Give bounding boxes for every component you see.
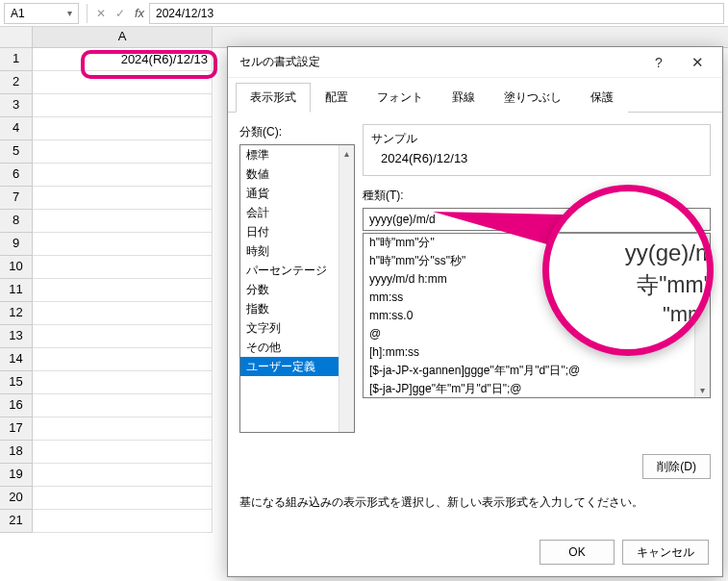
row-header[interactable]: 4 [0, 117, 33, 140]
row-header[interactable]: 21 [0, 510, 33, 533]
select-all-corner[interactable] [0, 27, 33, 47]
scroll-up-icon[interactable]: ▴ [695, 234, 710, 249]
cell[interactable]: 2024(R6)/12/13 [33, 48, 213, 71]
cell[interactable] [33, 164, 213, 187]
scrollbar[interactable]: ▴ [339, 145, 354, 432]
name-box[interactable]: A1 ▾ [4, 3, 79, 24]
scroll-up-icon[interactable]: ▴ [339, 145, 354, 161]
row-header[interactable]: 12 [0, 302, 33, 325]
cell[interactable] [33, 487, 213, 510]
cell[interactable] [33, 417, 213, 441]
dialog-title: セルの書式設定 [239, 54, 320, 70]
format-cells-dialog: セルの書式設定 ? ✕ 表示形式配置フォント罫線塗りつぶし保護 分類(C): 標… [227, 46, 723, 577]
cell[interactable] [33, 117, 213, 140]
category-item[interactable]: 標準 [240, 145, 354, 164]
tab-1[interactable]: 配置 [311, 83, 363, 113]
cell[interactable] [33, 233, 213, 256]
row-header[interactable]: 2 [0, 71, 33, 94]
category-item[interactable]: 通貨 [240, 184, 354, 203]
row-header[interactable]: 18 [0, 441, 33, 464]
ok-button[interactable]: OK [540, 540, 615, 565]
category-list[interactable]: 標準数値通貨会計日付時刻パーセンテージ分数指数文字列その他ユーザー定義 ▴ [239, 144, 355, 433]
column-headers: A [0, 27, 728, 48]
hint-text: 基になる組み込みの表示形式を選択し、新しい表示形式を入力してください。 [228, 479, 722, 511]
row-header[interactable]: 3 [0, 94, 33, 117]
type-item[interactable]: mm:ss [364, 289, 710, 307]
formula-input[interactable]: 2024/12/13 [149, 3, 724, 24]
type-item[interactable]: [$-ja-JP]gge"年"m"月"d"日";@ [364, 380, 710, 398]
cell[interactable] [33, 256, 213, 279]
category-item[interactable]: 文字列 [240, 318, 354, 338]
category-item[interactable]: 指数 [240, 299, 354, 318]
row-header[interactable]: 20 [0, 487, 33, 510]
cell[interactable] [33, 348, 213, 371]
row-header[interactable]: 1 [0, 48, 33, 71]
cell[interactable] [33, 464, 213, 487]
delete-button[interactable]: 削除(D) [642, 454, 711, 479]
cell[interactable] [33, 441, 213, 464]
type-item[interactable]: [$-ja-JP-x-gannen]ggge"年"m"月"d"日";@ [364, 362, 710, 380]
category-label: 分類(C): [239, 124, 355, 140]
category-item[interactable]: 時刻 [240, 241, 354, 261]
category-item[interactable]: その他 [240, 338, 354, 357]
chevron-down-icon[interactable]: ▾ [67, 8, 72, 18]
row-header[interactable]: 14 [0, 348, 33, 371]
type-item[interactable]: h"時"mm"分" [364, 234, 710, 252]
scrollbar[interactable]: ▴ ▾ [694, 234, 710, 397]
row-header[interactable]: 19 [0, 464, 33, 487]
cell[interactable] [33, 94, 213, 117]
row-header[interactable]: 17 [0, 417, 33, 441]
row-header[interactable]: 13 [0, 325, 33, 348]
row-header[interactable]: 5 [0, 140, 33, 164]
row-header[interactable]: 6 [0, 164, 33, 187]
cell[interactable] [33, 510, 213, 533]
cancel-button[interactable]: キャンセル [622, 540, 709, 565]
col-header-a[interactable]: A [33, 27, 213, 47]
category-item[interactable]: ユーザー定義 [240, 357, 354, 376]
cell[interactable] [33, 279, 213, 302]
cell[interactable] [33, 140, 213, 164]
fx-icon[interactable]: fx [130, 4, 149, 23]
type-list[interactable]: h"時"mm"分"h"時"mm"分"ss"秒"yyyy/m/d h:mmmm:s… [363, 233, 711, 398]
type-item[interactable]: yyyy/m/d h:mm [364, 270, 710, 289]
category-item[interactable]: 数値 [240, 164, 354, 184]
category-item[interactable]: 会計 [240, 203, 354, 222]
cell[interactable] [33, 394, 213, 417]
category-item[interactable]: パーセンテージ [240, 261, 354, 280]
type-input[interactable] [363, 208, 711, 231]
confirm-formula-icon[interactable]: ✓ [111, 4, 130, 23]
sample-value: 2024(R6)/12/13 [371, 151, 702, 165]
dialog-titlebar: セルの書式設定 ? ✕ [228, 47, 722, 78]
row-header[interactable]: 11 [0, 279, 33, 302]
row-header[interactable]: 10 [0, 256, 33, 279]
row-header[interactable]: 9 [0, 233, 33, 256]
tab-4[interactable]: 塗りつぶし [490, 83, 576, 113]
scroll-down-icon[interactable]: ▾ [695, 382, 710, 397]
cell[interactable] [33, 71, 213, 94]
help-button[interactable]: ? [641, 49, 676, 76]
tab-2[interactable]: フォント [363, 83, 438, 113]
category-item[interactable]: 分数 [240, 280, 354, 299]
tab-5[interactable]: 保護 [576, 83, 628, 113]
type-item[interactable]: mm:ss.0 [364, 307, 710, 325]
cell[interactable] [33, 210, 213, 233]
row-header[interactable]: 16 [0, 394, 33, 417]
tab-3[interactable]: 罫線 [438, 83, 490, 113]
row-header[interactable]: 15 [0, 371, 33, 394]
category-item[interactable]: 日付 [240, 222, 354, 241]
cell[interactable] [33, 371, 213, 394]
row-header[interactable]: 7 [0, 187, 33, 210]
cell[interactable] [33, 187, 213, 210]
tab-0[interactable]: 表示形式 [236, 83, 311, 113]
type-item[interactable]: [h]:mm:ss [364, 343, 710, 362]
formula-bar: A1 ▾ ✕ ✓ fx 2024/12/13 [0, 0, 728, 27]
type-item[interactable]: @ [364, 325, 710, 343]
cell[interactable] [33, 302, 213, 325]
cancel-formula-icon[interactable]: ✕ [91, 4, 111, 23]
tab-strip: 表示形式配置フォント罫線塗りつぶし保護 [228, 78, 722, 113]
row-header[interactable]: 8 [0, 210, 33, 233]
close-button[interactable]: ✕ [680, 49, 715, 76]
name-box-value: A1 [11, 7, 25, 20]
type-item[interactable]: h"時"mm"分"ss"秒" [364, 252, 710, 270]
cell[interactable] [33, 325, 213, 348]
